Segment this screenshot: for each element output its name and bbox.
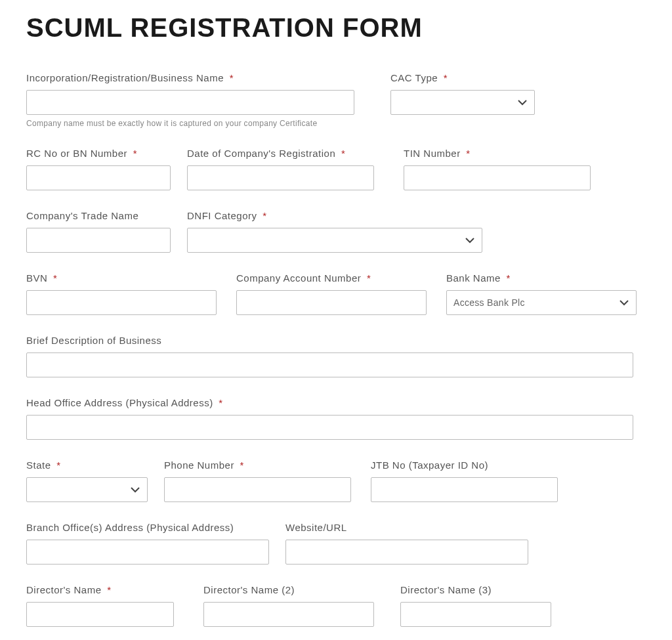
description-label: Brief Description of Business [26, 335, 633, 346]
phone-input[interactable] [164, 477, 351, 502]
head-office-label: Head Office Address (Physical Address) * [26, 397, 633, 408]
chevron-down-icon [517, 97, 528, 108]
cac-type-field: CAC Type * [390, 72, 535, 115]
state-field: State * [26, 459, 148, 502]
jtb-input[interactable] [371, 477, 558, 502]
jtb-field: JTB No (Taxpayer ID No) [371, 459, 558, 502]
director1-input[interactable] [26, 602, 174, 627]
tin-field: TIN Number * [404, 148, 591, 190]
branch-office-input[interactable] [26, 540, 269, 565]
cac-type-select[interactable] [390, 90, 535, 115]
label-text: Website/URL [285, 522, 347, 533]
required-mark: * [53, 272, 57, 284]
dnfi-category-label: DNFI Category * [187, 210, 482, 221]
form-row: Company's Trade Name DNFI Category * [26, 210, 646, 253]
required-mark: * [367, 272, 371, 284]
tin-input[interactable] [404, 165, 591, 190]
label-text: Director's Name [26, 584, 102, 595]
cac-type-label: CAC Type * [390, 72, 535, 83]
state-label: State * [26, 459, 148, 471]
chevron-down-icon [619, 297, 629, 308]
bank-name-select[interactable]: Access Bank Plc [446, 290, 637, 315]
label-text: Director's Name (2) [203, 584, 295, 595]
description-input[interactable] [26, 352, 633, 377]
registration-form: Incorporation/Registration/Business Name… [26, 72, 646, 640]
required-mark: * [444, 72, 448, 83]
form-row: Branch Office(s) Address (Physical Addre… [26, 522, 646, 565]
required-mark: * [341, 148, 345, 159]
select-value: Access Bank Plc [453, 297, 525, 308]
director2-field: Director's Name (2) [203, 584, 374, 627]
label-text: CAC Type [390, 72, 438, 83]
label-text: JTB No (Taxpayer ID No) [371, 459, 488, 471]
required-mark: * [107, 584, 111, 595]
account-number-field: Company Account Number * [236, 272, 427, 315]
dnfi-category-field: DNFI Category * [187, 210, 482, 253]
branch-office-field: Branch Office(s) Address (Physical Addre… [26, 522, 269, 565]
tin-label: TIN Number * [404, 148, 591, 159]
bvn-input[interactable] [26, 290, 217, 315]
website-field: Website/URL [285, 522, 528, 565]
label-text: Phone Number [164, 459, 234, 471]
chevron-down-icon [465, 235, 475, 245]
label-text: Bank Name [446, 272, 501, 284]
head-office-field: Head Office Address (Physical Address) * [26, 397, 633, 440]
required-mark: * [133, 148, 137, 159]
website-label: Website/URL [285, 522, 528, 533]
bvn-field: BVN * [26, 272, 217, 315]
bank-name-label: Bank Name * [446, 272, 637, 284]
phone-label: Phone Number * [164, 459, 351, 471]
label-text: RC No or BN Number [26, 148, 127, 159]
bank-name-field: Bank Name * Access Bank Plc [446, 272, 637, 315]
reg-date-input[interactable] [187, 165, 374, 190]
form-row: Director's Name * Director's Name (2) Di… [26, 584, 646, 627]
jtb-label: JTB No (Taxpayer ID No) [371, 459, 558, 471]
form-row: State * Phone Number * JTB No (Taxpayer … [26, 459, 646, 502]
label-text: Director's Name (3) [400, 584, 492, 595]
chevron-down-icon [130, 484, 140, 495]
form-row: RC No or BN Number * Date of Company's R… [26, 148, 646, 190]
business-name-help: Company name must be exactly how it is c… [26, 119, 354, 128]
label-text: Date of Company's Registration [187, 148, 335, 159]
rc-number-field: RC No or BN Number * [26, 148, 171, 190]
label-text: Branch Office(s) Address (Physical Addre… [26, 522, 234, 533]
trade-name-field: Company's Trade Name [26, 210, 171, 253]
bvn-label: BVN * [26, 272, 217, 284]
required-mark: * [219, 397, 222, 408]
director3-field: Director's Name (3) [400, 584, 551, 627]
form-row: Incorporation/Registration/Business Name… [26, 72, 646, 128]
label-text: Company Account Number [236, 272, 361, 284]
required-mark: * [466, 148, 470, 159]
director3-label: Director's Name (3) [400, 584, 551, 595]
head-office-input[interactable] [26, 415, 633, 440]
required-mark: * [262, 210, 266, 221]
phone-field: Phone Number * [164, 459, 351, 502]
description-field: Brief Description of Business [26, 335, 633, 377]
required-mark: * [56, 459, 60, 471]
branch-office-label: Branch Office(s) Address (Physical Addre… [26, 522, 269, 533]
director2-label: Director's Name (2) [203, 584, 374, 595]
reg-date-field: Date of Company's Registration * [187, 148, 374, 190]
business-name-label: Incorporation/Registration/Business Name… [26, 72, 354, 83]
business-name-input[interactable] [26, 90, 354, 115]
label-text: Brief Description of Business [26, 335, 161, 346]
trade-name-input[interactable] [26, 228, 171, 253]
label-text: DNFI Category [187, 210, 257, 221]
label-text: State [26, 459, 51, 471]
required-mark: * [230, 72, 234, 83]
form-row: Head Office Address (Physical Address) * [26, 397, 646, 440]
account-number-label: Company Account Number * [236, 272, 427, 284]
director3-input[interactable] [400, 602, 551, 627]
label-text: BVN [26, 272, 47, 284]
dnfi-category-select[interactable] [187, 228, 482, 253]
website-input[interactable] [285, 540, 528, 565]
director1-field: Director's Name * [26, 584, 174, 627]
account-number-input[interactable] [236, 290, 427, 315]
state-select[interactable] [26, 477, 148, 502]
form-row: Brief Description of Business [26, 335, 646, 377]
page-title: SCUML REGISTRATION FORM [26, 13, 646, 43]
business-name-field: Incorporation/Registration/Business Name… [26, 72, 354, 128]
director2-input[interactable] [203, 602, 374, 627]
rc-number-input[interactable] [26, 165, 171, 190]
reg-date-label: Date of Company's Registration * [187, 148, 374, 159]
